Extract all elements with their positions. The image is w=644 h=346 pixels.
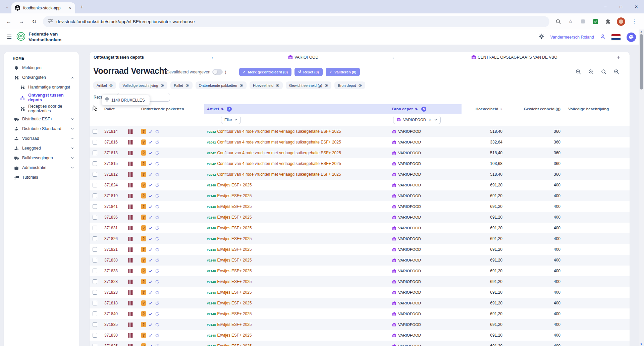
barcode-icon[interactable] <box>128 344 133 346</box>
column-header-quantity[interactable]: Hoeveelheid↑↓ <box>462 104 505 114</box>
source-filter-select[interactable]: VARIOFOOD ✕ <box>393 116 441 124</box>
check-icon[interactable] <box>148 162 153 166</box>
forward-icon[interactable]: → <box>17 18 25 24</box>
back-icon[interactable]: ← <box>5 18 13 24</box>
search-icon[interactable] <box>601 69 607 75</box>
check-icon[interactable] <box>148 194 153 198</box>
column-header-description[interactable]: Volledige beschrijving <box>562 104 630 114</box>
article-description[interactable]: Erwtjes ESF+ 2025 <box>217 344 252 346</box>
row-checkbox[interactable] <box>93 183 97 187</box>
missing-packages-badge[interactable]: ? <box>141 150 146 156</box>
barcode-icon[interactable] <box>128 172 133 177</box>
theme-toggle-icon[interactable] <box>539 34 544 41</box>
article-description[interactable]: Erwtjes ESF+ 2025 <box>217 311 252 316</box>
missing-packages-badge[interactable]: ? <box>141 300 146 306</box>
reset-icon[interactable] <box>155 162 159 166</box>
tab-close-icon[interactable]: ✕ <box>67 5 72 11</box>
reset-icon[interactable] <box>155 312 159 316</box>
article-description[interactable]: Confituur van 4 rode vruchten met verlaa… <box>217 172 341 177</box>
article-description[interactable]: Erwtjes ESF+ 2025 <box>217 183 252 187</box>
article-description[interactable]: Erwtjes ESF+ 2025 <box>217 204 252 209</box>
drag-handle-icon[interactable]: ⋮ <box>210 55 214 60</box>
filter-chip-volledige-beschrijving[interactable]: Volledige beschrijving⊗ <box>119 81 167 89</box>
remove-filter-icon[interactable]: ⊗ <box>239 83 243 88</box>
article-description[interactable]: Confituur van 4 rode vruchten met verlaa… <box>217 140 341 145</box>
reset-icon[interactable] <box>155 247 159 252</box>
missing-packages-badge[interactable]: ? <box>141 139 146 145</box>
remove-filter-icon[interactable]: ⊗ <box>160 83 164 88</box>
page-scrollbar[interactable]: ▲ ▼ <box>639 30 644 346</box>
reset-icon[interactable] <box>155 237 159 241</box>
missing-packages-badge[interactable]: ? <box>141 172 146 177</box>
filter-chip-artikel[interactable]: Artikel⊗ <box>93 81 116 89</box>
missing-packages-badge[interactable]: ? <box>141 182 146 188</box>
lens-search-icon[interactable] <box>555 18 561 25</box>
sort-icon[interactable]: ↑↓ <box>499 107 503 111</box>
article-description[interactable]: Erwtjes ESF+ 2025 <box>217 193 252 198</box>
check-icon[interactable] <box>148 215 153 220</box>
barcode-icon[interactable] <box>128 162 133 166</box>
reset-icon[interactable] <box>155 140 159 145</box>
location-dropdown-option[interactable]: 1140 BRUXELLES <box>102 95 150 105</box>
user-avatar[interactable] <box>627 33 636 42</box>
row-checkbox[interactable] <box>93 129 97 134</box>
reset-icon[interactable] <box>155 226 159 230</box>
sidebar-item-bulkbewegingen[interactable]: Bulkbewegingen <box>4 153 79 163</box>
check-icon[interactable] <box>148 301 153 305</box>
column-header-article[interactable]: Artikel⇅4 <box>204 104 384 114</box>
barcode-icon[interactable] <box>128 301 133 305</box>
check-icon[interactable] <box>148 172 153 177</box>
row-checkbox[interactable] <box>93 301 97 305</box>
article-description[interactable]: Erwtjes ESF+ 2025 <box>217 258 252 263</box>
row-checkbox[interactable] <box>93 204 97 209</box>
article-description[interactable]: Confituur van 4 rode vruchten met verlaa… <box>217 129 341 134</box>
row-checkbox[interactable] <box>93 344 97 346</box>
article-description[interactable]: Confituur van 4 rode vruchten met verlaa… <box>217 161 341 166</box>
reset-icon[interactable] <box>155 301 159 305</box>
barcode-icon[interactable] <box>128 333 133 338</box>
reset-button[interactable]: ↺Reset (0) <box>294 68 323 76</box>
article-description[interactable]: Erwtjes ESF+ 2025 <box>217 301 252 305</box>
reset-icon[interactable] <box>155 290 159 295</box>
missing-packages-badge[interactable]: ? <box>141 311 146 316</box>
sidebar-item-handmatige-ontvangst[interactable]: Handmatige ontvangst <box>4 82 79 92</box>
address-bar[interactable]: dev.stock.foodbanksit.be/stock/app/nl-BE… <box>43 16 549 27</box>
sort-icon[interactable]: ⇅ <box>415 107 418 111</box>
barcode-icon[interactable] <box>128 194 133 198</box>
article-description[interactable]: Erwtjes ESF+ 2025 <box>217 226 252 230</box>
barcode-icon[interactable] <box>128 215 133 220</box>
reset-icon[interactable] <box>155 129 159 134</box>
check-icon[interactable] <box>148 226 153 230</box>
row-checkbox[interactable] <box>93 333 97 338</box>
row-checkbox[interactable] <box>93 258 97 263</box>
row-checkbox[interactable] <box>93 161 97 166</box>
window-minimize-button[interactable]: – <box>598 0 613 13</box>
row-checkbox[interactable] <box>93 311 97 316</box>
check-icon[interactable] <box>148 312 153 316</box>
browser-profile-avatar[interactable] <box>617 17 625 26</box>
barcode-icon[interactable] <box>128 140 133 145</box>
barcode-icon[interactable] <box>128 183 133 187</box>
reload-icon[interactable]: ↻ <box>30 18 38 25</box>
sidebar-item-ontvangsten[interactable]: Ontvangsten <box>4 73 79 82</box>
remove-filter-icon[interactable]: ⊗ <box>358 83 362 88</box>
barcode-icon[interactable] <box>128 290 133 295</box>
missing-packages-badge[interactable]: ? <box>141 193 146 198</box>
new-tab-button[interactable]: + <box>78 3 86 11</box>
extensions-puzzle-icon[interactable] <box>604 18 611 25</box>
user-profile-icon[interactable] <box>600 34 605 41</box>
tab-search-icon[interactable]: ⌄ <box>3 3 11 11</box>
missing-packages-badge[interactable]: ? <box>141 257 146 263</box>
article-description[interactable]: Confituur van 4 rode vruchten met verlaa… <box>217 151 341 155</box>
missing-packages-badge[interactable]: ? <box>141 279 146 284</box>
reset-icon[interactable] <box>155 172 159 177</box>
article-description[interactable]: Erwtjes ESF+ 2025 <box>217 290 252 295</box>
barcode-icon[interactable] <box>128 205 133 209</box>
sidebar-item-voorraad[interactable]: Voorraad <box>4 134 79 143</box>
row-checkbox[interactable] <box>93 140 97 145</box>
language-flag-icon[interactable] <box>611 34 621 40</box>
remove-filter-icon[interactable]: ⊗ <box>324 83 328 88</box>
sidebar-item-distributie-esf[interactable]: Distributie ESF+ <box>4 114 79 124</box>
article-description[interactable]: Erwtjes ESF+ 2025 <box>217 269 252 273</box>
zoom-out-icon[interactable] <box>588 69 594 75</box>
